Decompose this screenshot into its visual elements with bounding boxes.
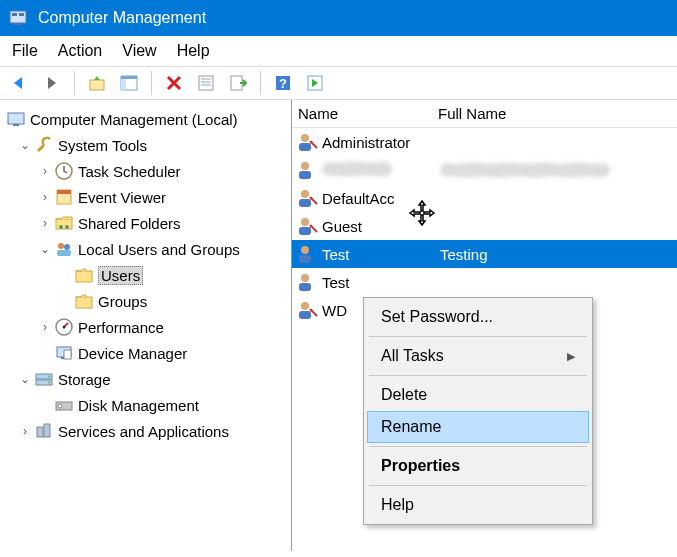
list-row-test-selected[interactable]: Test Testing xyxy=(292,240,677,268)
tree-label: Disk Management xyxy=(78,397,199,414)
tree-users[interactable]: Users xyxy=(4,262,287,288)
svg-point-34 xyxy=(48,376,50,378)
tree-performance[interactable]: › Performance xyxy=(4,314,287,340)
svg-point-47 xyxy=(310,197,313,200)
tools-icon xyxy=(34,135,54,155)
help-button[interactable]: ? xyxy=(269,69,297,97)
menu-action[interactable]: Action xyxy=(58,42,102,60)
tree-root[interactable]: Computer Management (Local) xyxy=(4,106,287,132)
svg-point-20 xyxy=(59,225,63,229)
menubar: File Action View Help xyxy=(0,36,677,66)
expand-icon[interactable]: › xyxy=(38,190,52,204)
svg-point-40 xyxy=(301,134,309,142)
menu-file[interactable]: File xyxy=(12,42,38,60)
ctx-properties[interactable]: Properties xyxy=(367,450,589,482)
toolbar-separator xyxy=(74,71,75,95)
tree-pane: Computer Management (Local) ⌄ System Too… xyxy=(0,100,292,551)
svg-rect-6 xyxy=(121,76,137,79)
expand-icon[interactable]: › xyxy=(38,320,52,334)
svg-rect-18 xyxy=(57,190,71,194)
expand-icon[interactable]: › xyxy=(38,216,52,230)
window-title: Computer Management xyxy=(38,9,206,27)
svg-point-28 xyxy=(63,326,66,329)
menu-help[interactable]: Help xyxy=(177,42,210,60)
tree-label: Local Users and Groups xyxy=(78,241,240,258)
computer-mgmt-icon xyxy=(6,109,26,129)
context-menu: Set Password... All Tasks▶ Delete Rename… xyxy=(363,297,593,525)
menu-view[interactable]: View xyxy=(122,42,156,60)
user-icon xyxy=(296,131,318,153)
svg-rect-38 xyxy=(37,427,43,437)
svg-rect-13 xyxy=(8,113,24,124)
tree-storage[interactable]: ⌄ Storage xyxy=(4,366,287,392)
tree-device-manager[interactable]: Device Manager xyxy=(4,340,287,366)
svg-point-50 xyxy=(310,225,313,228)
collapse-icon[interactable]: ⌄ xyxy=(18,372,32,386)
export-button[interactable] xyxy=(224,69,252,97)
svg-point-42 xyxy=(310,141,313,144)
tree-label: Shared Folders xyxy=(78,215,181,232)
svg-rect-25 xyxy=(76,271,92,282)
svg-point-22 xyxy=(58,243,64,249)
collapse-icon[interactable]: ⌄ xyxy=(38,242,52,256)
collapse-icon[interactable]: ⌄ xyxy=(18,138,32,152)
tree-system-tools[interactable]: ⌄ System Tools xyxy=(4,132,287,158)
user-name: Test xyxy=(322,274,440,291)
svg-rect-44 xyxy=(299,171,311,179)
svg-rect-8 xyxy=(199,76,213,90)
svg-rect-56 xyxy=(299,311,311,319)
redacted-name xyxy=(322,162,392,176)
svg-rect-49 xyxy=(299,227,311,235)
device-manager-icon xyxy=(54,343,74,363)
users-groups-icon xyxy=(54,239,74,259)
user-icon xyxy=(296,215,318,237)
tree-label: Performance xyxy=(78,319,164,336)
show-hide-tree-button[interactable] xyxy=(115,69,143,97)
svg-rect-31 xyxy=(64,350,71,359)
svg-point-48 xyxy=(301,218,309,226)
tree-shared-folders[interactable]: › Shared Folders xyxy=(4,210,287,236)
ctx-separator xyxy=(369,485,587,486)
tree-label: Groups xyxy=(98,293,147,310)
user-name: DefaultAcc xyxy=(322,190,440,207)
ctx-help[interactable]: Help xyxy=(367,489,589,521)
toolbar: ? xyxy=(0,66,677,100)
tree-disk-management[interactable]: Disk Management xyxy=(4,392,287,418)
up-button[interactable] xyxy=(83,69,111,97)
svg-point-45 xyxy=(301,190,309,198)
tree-label: Storage xyxy=(58,371,111,388)
tree-event-viewer[interactable]: › Event Viewer xyxy=(4,184,287,210)
tree-services-apps[interactable]: › Services and Applications xyxy=(4,418,287,444)
event-viewer-icon xyxy=(54,187,74,207)
user-icon xyxy=(296,299,318,321)
refresh-button[interactable] xyxy=(192,69,220,97)
ctx-all-tasks[interactable]: All Tasks▶ xyxy=(367,340,589,372)
list-row-guest[interactable]: Guest xyxy=(292,212,677,240)
svg-rect-3 xyxy=(19,13,24,16)
expand-icon[interactable]: › xyxy=(38,164,52,178)
tree-label: Event Viewer xyxy=(78,189,166,206)
tree-label: Services and Applications xyxy=(58,423,229,440)
back-button[interactable] xyxy=(6,69,34,97)
delete-button[interactable] xyxy=(160,69,188,97)
ctx-delete[interactable]: Delete xyxy=(367,379,589,411)
tree-groups[interactable]: Groups xyxy=(4,288,287,314)
expand-icon[interactable]: › xyxy=(18,424,32,438)
tree-label: Computer Management (Local) xyxy=(30,111,238,128)
ctx-rename[interactable]: Rename xyxy=(367,411,589,443)
list-row-test2[interactable]: Test xyxy=(292,268,677,296)
tree-local-users-groups[interactable]: ⌄ Local Users and Groups xyxy=(4,236,287,262)
forward-button[interactable] xyxy=(38,69,66,97)
tree-label: Device Manager xyxy=(78,345,187,362)
list-row-redacted[interactable] xyxy=(292,156,677,184)
ctx-set-password[interactable]: Set Password... xyxy=(367,301,589,333)
list-row-administrator[interactable]: Administrator xyxy=(292,128,677,156)
list-row-defaultaccount[interactable]: DefaultAcc xyxy=(292,184,677,212)
action-button[interactable] xyxy=(301,69,329,97)
tree-task-scheduler[interactable]: › Task Scheduler xyxy=(4,158,287,184)
tree-label: Users xyxy=(98,266,143,285)
column-name[interactable]: Name xyxy=(298,105,438,122)
column-fullname[interactable]: Full Name xyxy=(438,105,506,122)
svg-rect-26 xyxy=(76,297,92,308)
ctx-separator xyxy=(369,336,587,337)
